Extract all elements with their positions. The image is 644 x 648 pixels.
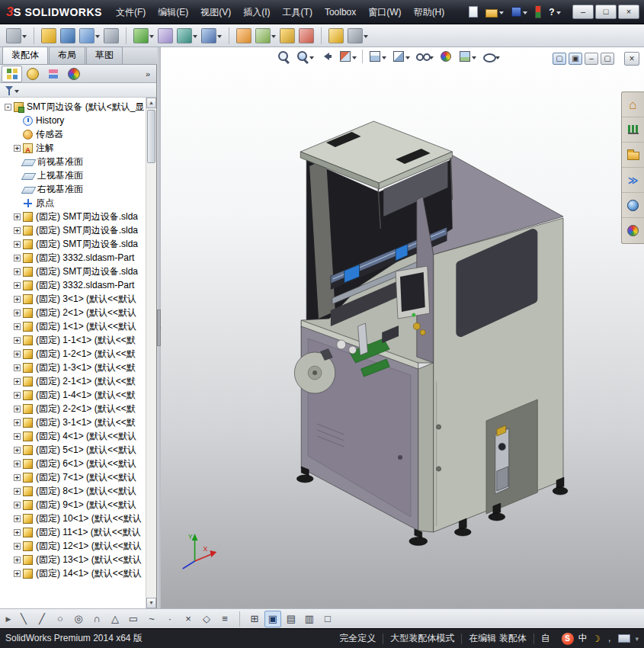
scroll-thumb[interactable] [147,110,155,163]
design-library-icon-cell[interactable] [622,143,644,168]
filter-funnel-icon[interactable] [5,86,13,91]
sogou-icon[interactable]: S [562,633,574,645]
display-style-icon-dropdown[interactable] [405,56,410,62]
section-view-icon-wrap[interactable] [338,50,357,63]
tree-item[interactable]: +(固定) 1-3<1> (默认<<默 [2,361,144,374]
tree-item[interactable]: +(固定) 12<1> (默认<<默认 [2,539,144,553]
open-document-icon-dropdown[interactable] [499,11,504,17]
help-icon[interactable]: ? [549,7,554,18]
centerline-tool-icon[interactable]: ╱ [34,611,50,627]
tree-expand-box[interactable]: + [14,255,21,261]
view-settings-icon-wrap[interactable] [482,50,500,63]
doc-minimize-button[interactable]: – [585,53,598,65]
tree-item[interactable]: +(固定) 1<1> (默认<<默认 [2,319,144,333]
file-explorer-icon-cell[interactable]: ≫ [622,168,644,193]
panel-tabs-overflow-icon[interactable]: » [146,69,155,79]
scroll-up-button[interactable]: ▲ [146,98,156,108]
tree-expand-box[interactable]: + [14,406,21,412]
tree-expand-box[interactable]: + [14,323,21,330]
circle-tool-icon[interactable]: ○ [52,611,69,627]
tree-item[interactable]: +(固定) 14<1> (默认<<默认 [2,566,144,580]
section-view-icon-dropdown[interactable] [352,56,357,62]
menu-item[interactable]: 视图(V) [194,1,237,24]
line-tool-icon[interactable]: ╲ [15,611,32,627]
shaded-with-edges-icon[interactable]: ▣ [264,611,281,627]
close-button[interactable]: × [618,5,639,19]
tree-item[interactable]: +(固定) SMT周边设备.slda [2,265,144,278]
tab-装配体[interactable]: 装配体 [2,47,48,64]
interference-detection-icon[interactable] [299,28,314,43]
tree-expand-box[interactable]: + [14,282,21,289]
tree-expand-box[interactable]: + [14,433,21,440]
filter-bar[interactable] [0,83,156,98]
mate-icon-wrap[interactable] [60,28,75,43]
reference-geometry-icon[interactable] [201,28,216,43]
trim-tool-icon[interactable]: × [180,611,197,627]
tree-expand-box[interactable]: + [14,213,21,220]
display-style-icon[interactable] [392,50,405,63]
screen-tools-icon[interactable] [6,28,21,43]
tree-item[interactable]: +(固定) 5<1> (默认<<默认 [2,443,144,457]
home-icon[interactable]: ⌂ [629,98,636,111]
machine-model[interactable] [294,121,568,546]
component-pattern-icon[interactable] [79,28,95,43]
tree-item[interactable]: +(固定) 3-1<1> (默认<<默 [2,415,144,429]
tree-expand-box[interactable]: + [14,474,21,481]
tree-expand-box[interactable]: + [14,241,21,248]
tree-item[interactable]: +(固定) 4<1> (默认<<默认 [2,429,144,443]
view-palette-icon[interactable] [627,200,639,211]
hide-show-items-icon-wrap[interactable] [415,50,434,63]
previous-view-icon-wrap[interactable] [319,50,333,63]
menu-item[interactable]: 文件(F) [110,1,152,24]
configurationmanager-tab[interactable] [43,66,63,82]
tree-expand-box[interactable]: + [14,543,21,550]
new-motion-study-icon[interactable] [236,28,252,43]
move-component-icon-wrap[interactable] [133,28,154,43]
open-document-icon[interactable] [485,9,498,18]
tree-expand-box[interactable]: + [14,488,21,495]
tree-expand-box[interactable]: + [14,378,21,385]
save-icon-wrap[interactable] [511,7,527,17]
tree-item[interactable]: +(固定) 2-2<1> (默认<<默 [2,402,144,415]
new-motion-study-icon-wrap[interactable] [236,28,252,43]
featuremanager-tab[interactable] [2,66,22,82]
assembly-features-icon[interactable] [177,28,192,43]
tree-item[interactable]: +(固定) 1-4<1> (默认<<默 [2,388,144,402]
screen-tools-icon-dropdown[interactable] [22,35,27,40]
doc-restore-button[interactable]: ▢ [601,53,614,65]
zoom-area-icon-wrap[interactable] [296,50,314,63]
pane-right-icon[interactable]: ▣ [569,53,582,65]
tree-item[interactable]: 上视基准面 [2,168,144,182]
tab-布局[interactable]: 布局 [49,47,85,64]
large-assembly-mode-icon[interactable] [348,28,363,43]
tree-item[interactable]: 原点 [2,196,144,210]
tree-item[interactable]: +(固定) 1-1<1> (默认<<默 [2,333,144,347]
zoom-area-icon-dropdown[interactable] [309,56,314,62]
tree-item[interactable]: +(固定) 3<1> (默认<<默认 [2,292,144,306]
tree-item[interactable]: +注解 [2,141,144,155]
perimeter-circle-tool-icon[interactable]: ◎ [70,611,87,627]
menu-item[interactable]: 编辑(E) [152,1,194,24]
show-hidden-components-icon-wrap[interactable] [158,28,173,43]
tree-item[interactable]: +(固定) SMT周边设备.slda [2,210,144,223]
zoom-fit-icon-wrap[interactable] [277,50,290,63]
tree-expand-box[interactable]: + [14,392,21,399]
tree-item[interactable]: +(固定) 7<1> (默认<<默认 [2,470,144,484]
zoom-area-icon[interactable] [296,50,309,63]
tree-item[interactable]: +(固定) 10<1> (默认<<默认 [2,512,144,525]
smart-fasteners-icon[interactable] [104,28,119,43]
displaymanager-tab[interactable] [63,66,84,82]
save-icon-dropdown[interactable] [523,11,527,17]
tab-草图[interactable]: 草图 [86,47,123,64]
tree-item[interactable]: 右视基准面 [2,182,144,196]
tree-item[interactable]: +(固定) 2<1> (默认<<默认 [2,306,144,319]
view-orientation-icon[interactable] [368,50,382,63]
component-pattern-icon-wrap[interactable] [79,28,100,43]
pane-left-icon[interactable]: ▢ [553,53,566,65]
tree-item[interactable]: +(固定) SMT周边设备.slda [2,237,144,251]
tree-expand-box[interactable]: + [14,310,21,316]
hide-show-items-icon[interactable] [415,50,429,63]
appearances-icon[interactable] [627,225,639,236]
instant3d-icon-wrap[interactable] [328,28,344,43]
menu-item[interactable]: Toolbox [319,1,362,24]
